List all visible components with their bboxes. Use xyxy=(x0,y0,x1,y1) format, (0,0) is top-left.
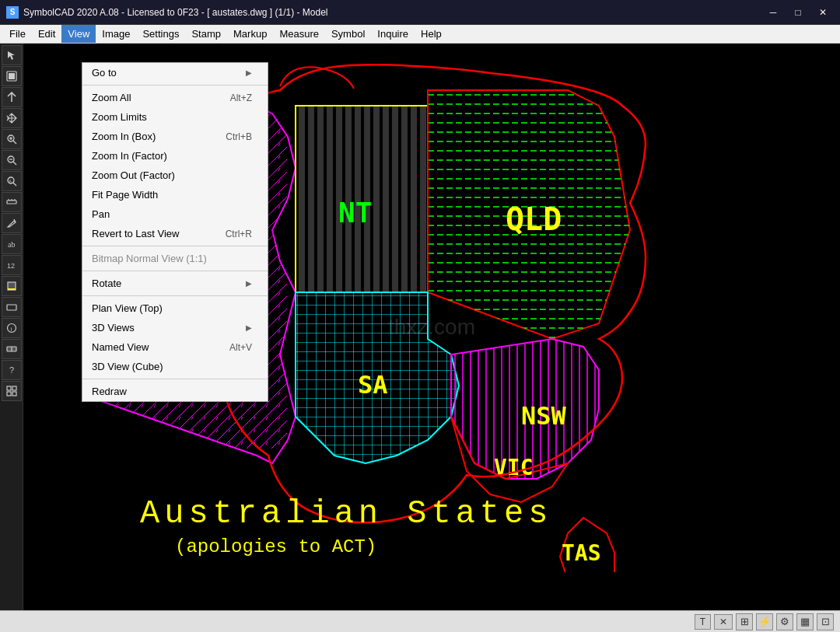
maximize-button[interactable]: □ xyxy=(787,5,809,20)
svg-rect-30 xyxy=(12,386,16,390)
menu-bitmap-normal: Bitmap Normal View (1:1) xyxy=(82,249,268,268)
statusbar: T ✕ ⊞ ⚡ ⚙ ▦ ⊡ xyxy=(0,610,840,632)
tool-text[interactable]: ab xyxy=(2,234,22,254)
menu-plan-view[interactable]: Plan View (Top) xyxy=(82,299,268,318)
tool-pointer[interactable] xyxy=(2,45,22,65)
svg-text:12: 12 xyxy=(7,262,15,270)
svg-line-3 xyxy=(13,141,16,144)
svg-text:QLD: QLD xyxy=(506,201,562,237)
menu-3d-views[interactable]: 3D Views ▶ xyxy=(82,318,268,337)
menu-zoom-in-box[interactable]: Zoom In (Box) Ctrl+B xyxy=(82,127,268,146)
menu-view[interactable]: View xyxy=(61,25,96,43)
menu-inquire[interactable]: Inquire xyxy=(371,25,415,43)
menu-goto[interactable]: Go to ▶ xyxy=(82,63,268,82)
minimize-button[interactable]: ─ xyxy=(762,5,784,20)
tool-zoom-out[interactable] xyxy=(2,150,22,170)
tool-extra[interactable] xyxy=(2,381,22,401)
svg-text:i: i xyxy=(10,326,12,333)
menu-redraw[interactable]: Redraw xyxy=(82,382,268,401)
toolbar-left: A ab 12 i ? xyxy=(0,44,23,610)
menu-markup[interactable]: Markup xyxy=(227,25,273,43)
tool-eraser[interactable] xyxy=(2,339,22,359)
statusbar-icon-5[interactable]: ⊡ xyxy=(817,613,834,630)
menu-rotate[interactable]: Rotate ▶ xyxy=(82,274,268,293)
tool-arrow[interactable] xyxy=(2,87,22,107)
main-area: A ab 12 i ? xyxy=(0,44,840,610)
tool-question[interactable]: ? xyxy=(2,360,22,380)
svg-text:ab: ab xyxy=(8,240,15,249)
statusbar-icon-3[interactable]: ⚙ xyxy=(776,613,793,630)
svg-rect-29 xyxy=(7,386,11,390)
tool-measure[interactable] xyxy=(2,192,22,212)
svg-rect-22 xyxy=(8,288,16,290)
menu-zoom-in-factor[interactable]: Zoom In (Factor) xyxy=(82,146,268,166)
svg-rect-32 xyxy=(12,392,16,396)
svg-text:SA: SA xyxy=(358,370,388,400)
statusbar-x-button[interactable]: ✕ xyxy=(714,614,733,630)
separator-1 xyxy=(82,85,268,86)
separator-4 xyxy=(82,295,268,296)
tool-pen[interactable] xyxy=(2,213,22,233)
3d-views-arrow: ▶ xyxy=(246,323,252,332)
menu-file[interactable]: File xyxy=(3,25,32,43)
window-title: SymbolCAD 2020 A.08 - Licensed to 0F23 -… xyxy=(23,7,762,18)
tool-shape[interactable] xyxy=(2,297,22,317)
canvas-area[interactable]: WA NT xyxy=(23,44,840,610)
svg-text:?: ? xyxy=(9,365,14,375)
svg-text:NSW: NSW xyxy=(521,401,567,431)
canvas-subtitle: (apologies to ACT) xyxy=(175,536,376,557)
menu-fit-page[interactable]: Fit Page Width xyxy=(82,185,268,204)
tool-fill[interactable] xyxy=(2,276,22,296)
menu-symbol[interactable]: Symbol xyxy=(325,25,371,43)
app-icon: S xyxy=(6,6,19,19)
rotate-arrow: ▶ xyxy=(246,279,252,288)
state-nt: NT xyxy=(296,106,428,292)
titlebar: S SymbolCAD 2020 A.08 - Licensed to 0F23… xyxy=(0,0,840,25)
state-sa: SA xyxy=(296,292,460,464)
menu-help[interactable]: Help xyxy=(415,25,448,43)
statusbar-icon-1[interactable]: ⊞ xyxy=(736,613,753,630)
svg-text:NT: NT xyxy=(338,197,372,229)
state-tas: TAS xyxy=(560,518,614,572)
menu-revert[interactable]: Revert to Last View Ctrl+R xyxy=(82,224,268,243)
menu-3d-view-cube[interactable]: 3D View (Cube) xyxy=(82,357,268,376)
separator-2 xyxy=(82,246,268,246)
close-button[interactable]: ✕ xyxy=(812,5,834,20)
tool-info[interactable]: i xyxy=(2,318,22,338)
tool-zoom-all[interactable]: A xyxy=(2,171,22,191)
state-qld: QLD xyxy=(428,90,631,340)
menu-zoom-out-factor[interactable]: Zoom Out (Factor) xyxy=(82,166,268,185)
menu-settings[interactable]: Settings xyxy=(136,25,185,43)
menu-zoom-all[interactable]: Zoom All Alt+Z xyxy=(82,88,268,107)
svg-rect-31 xyxy=(7,392,11,396)
svg-text:A: A xyxy=(9,179,12,183)
svg-line-10 xyxy=(13,183,16,186)
menu-named-view[interactable]: Named View Alt+V xyxy=(82,337,268,357)
statusbar-icon-4[interactable]: ▦ xyxy=(796,613,814,630)
menu-stamp[interactable]: Stamp xyxy=(185,25,227,43)
menu-image[interactable]: Image xyxy=(96,25,136,43)
svg-text:TAS: TAS xyxy=(562,540,601,566)
svg-line-7 xyxy=(13,162,16,165)
goto-arrow: ▶ xyxy=(246,68,252,77)
svg-rect-1 xyxy=(9,73,15,79)
menu-edit[interactable]: Edit xyxy=(32,25,61,43)
menubar: File Edit View Image Settings Stamp Mark… xyxy=(0,25,840,44)
canvas-title: Australian States xyxy=(140,495,552,532)
statusbar-t-button[interactable]: T xyxy=(695,614,711,630)
menu-measure[interactable]: Measure xyxy=(273,25,325,43)
tool-pan[interactable] xyxy=(2,108,22,128)
menu-pan[interactable]: Pan xyxy=(82,204,268,224)
tool-number[interactable]: 12 xyxy=(2,255,22,275)
statusbar-icon-2[interactable]: ⚡ xyxy=(756,613,773,630)
tool-zoom-in[interactable] xyxy=(2,129,22,149)
separator-5 xyxy=(82,379,268,379)
view-dropdown-menu: Go to ▶ Zoom All Alt+Z Zoom Limits Zoom … xyxy=(82,62,268,402)
menu-zoom-limits[interactable]: Zoom Limits xyxy=(82,107,268,127)
separator-3 xyxy=(82,271,268,271)
svg-text:VIC: VIC xyxy=(494,455,534,480)
svg-rect-23 xyxy=(7,305,16,310)
tool-select[interactable] xyxy=(2,66,22,86)
window-controls: ─ □ ✕ xyxy=(762,5,834,20)
svg-rect-12 xyxy=(7,201,16,204)
